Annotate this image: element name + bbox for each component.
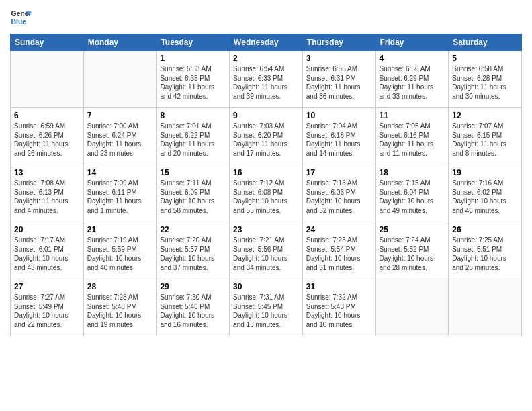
day-number: 13	[14, 168, 80, 177]
day-cell	[449, 279, 522, 336]
day-cell: 2Sunrise: 6:54 AM Sunset: 6:33 PM Daylig…	[230, 51, 303, 108]
day-number: 2	[233, 54, 299, 63]
day-info: Sunrise: 7:13 AM Sunset: 6:06 PM Dayligh…	[306, 179, 372, 215]
day-cell	[83, 51, 157, 108]
day-info: Sunrise: 7:20 AM Sunset: 5:57 PM Dayligh…	[160, 236, 226, 272]
day-cell: 17Sunrise: 7:13 AM Sunset: 6:06 PM Dayli…	[302, 165, 375, 222]
day-info: Sunrise: 7:31 AM Sunset: 5:45 PM Dayligh…	[233, 293, 299, 329]
calendar-table: SundayMondayTuesdayWednesdayThursdayFrid…	[10, 34, 522, 336]
day-info: Sunrise: 7:09 AM Sunset: 6:11 PM Dayligh…	[87, 179, 153, 215]
day-info: Sunrise: 7:32 AM Sunset: 5:43 PM Dayligh…	[306, 293, 372, 329]
day-info: Sunrise: 7:21 AM Sunset: 5:56 PM Dayligh…	[233, 236, 299, 272]
day-header-monday: Monday	[83, 34, 157, 51]
day-info: Sunrise: 6:58 AM Sunset: 6:28 PM Dayligh…	[452, 64, 518, 101]
day-info: Sunrise: 7:17 AM Sunset: 6:01 PM Dayligh…	[14, 236, 80, 272]
day-cell: 11Sunrise: 7:05 AM Sunset: 6:16 PM Dayli…	[375, 108, 449, 165]
day-number: 26	[452, 225, 518, 234]
day-cell: 26Sunrise: 7:25 AM Sunset: 5:51 PM Dayli…	[449, 222, 522, 279]
day-cell: 28Sunrise: 7:28 AM Sunset: 5:48 PM Dayli…	[83, 279, 157, 336]
day-number: 29	[160, 282, 226, 291]
day-number: 1	[160, 54, 226, 63]
day-cell: 10Sunrise: 7:04 AM Sunset: 6:18 PM Dayli…	[302, 108, 375, 165]
day-info: Sunrise: 7:01 AM Sunset: 6:22 PM Dayligh…	[160, 122, 226, 158]
day-number: 15	[160, 168, 226, 177]
day-number: 19	[452, 168, 518, 177]
day-cell: 7Sunrise: 7:00 AM Sunset: 6:24 PM Daylig…	[83, 108, 157, 165]
day-cell: 6Sunrise: 6:59 AM Sunset: 6:26 PM Daylig…	[11, 108, 84, 165]
day-info: Sunrise: 7:15 AM Sunset: 6:04 PM Dayligh…	[380, 179, 445, 215]
day-number: 23	[233, 225, 299, 234]
day-cell: 24Sunrise: 7:23 AM Sunset: 5:54 PM Dayli…	[302, 222, 375, 279]
day-cell: 19Sunrise: 7:16 AM Sunset: 6:02 PM Dayli…	[449, 165, 522, 222]
day-cell: 18Sunrise: 7:15 AM Sunset: 6:04 PM Dayli…	[375, 165, 449, 222]
day-cell	[11, 51, 84, 108]
day-cell: 21Sunrise: 7:19 AM Sunset: 5:59 PM Dayli…	[83, 222, 157, 279]
day-info: Sunrise: 7:11 AM Sunset: 6:09 PM Dayligh…	[160, 179, 226, 215]
day-number: 22	[160, 225, 226, 234]
day-number: 7	[87, 111, 153, 120]
day-info: Sunrise: 7:00 AM Sunset: 6:24 PM Dayligh…	[87, 122, 153, 158]
day-number: 27	[14, 282, 80, 291]
day-cell: 31Sunrise: 7:32 AM Sunset: 5:43 PM Dayli…	[302, 279, 375, 336]
day-info: Sunrise: 7:07 AM Sunset: 6:15 PM Dayligh…	[452, 122, 518, 158]
day-number: 31	[306, 282, 372, 291]
day-info: Sunrise: 6:55 AM Sunset: 6:31 PM Dayligh…	[306, 64, 372, 101]
day-cell: 29Sunrise: 7:30 AM Sunset: 5:46 PM Dayli…	[157, 279, 230, 336]
day-cell: 25Sunrise: 7:24 AM Sunset: 5:52 PM Dayli…	[375, 222, 449, 279]
day-header-tuesday: Tuesday	[157, 34, 230, 51]
day-header-wednesday: Wednesday	[230, 34, 303, 51]
day-number: 6	[14, 111, 80, 120]
day-info: Sunrise: 7:05 AM Sunset: 6:16 PM Dayligh…	[380, 122, 445, 158]
day-cell: 14Sunrise: 7:09 AM Sunset: 6:11 PM Dayli…	[83, 165, 157, 222]
day-info: Sunrise: 7:25 AM Sunset: 5:51 PM Dayligh…	[452, 236, 518, 272]
week-row-5: 27Sunrise: 7:27 AM Sunset: 5:49 PM Dayli…	[11, 279, 522, 336]
logo: General Blue	[10, 7, 32, 28]
day-header-friday: Friday	[375, 34, 449, 51]
logo-icon: General Blue	[10, 7, 32, 28]
day-number: 8	[160, 111, 226, 120]
day-info: Sunrise: 6:53 AM Sunset: 6:35 PM Dayligh…	[160, 64, 226, 101]
day-cell: 23Sunrise: 7:21 AM Sunset: 5:56 PM Dayli…	[230, 222, 303, 279]
day-cell: 16Sunrise: 7:12 AM Sunset: 6:08 PM Dayli…	[230, 165, 303, 222]
day-header-thursday: Thursday	[302, 34, 375, 51]
day-cell: 1Sunrise: 6:53 AM Sunset: 6:35 PM Daylig…	[157, 51, 230, 108]
day-number: 30	[233, 282, 299, 291]
day-info: Sunrise: 6:56 AM Sunset: 6:29 PM Dayligh…	[380, 64, 445, 101]
day-number: 11	[380, 111, 445, 120]
day-info: Sunrise: 7:30 AM Sunset: 5:46 PM Dayligh…	[160, 293, 226, 329]
day-info: Sunrise: 7:19 AM Sunset: 5:59 PM Dayligh…	[87, 236, 153, 272]
day-header-saturday: Saturday	[449, 34, 522, 51]
day-info: Sunrise: 7:27 AM Sunset: 5:49 PM Dayligh…	[14, 293, 80, 329]
day-cell: 4Sunrise: 6:56 AM Sunset: 6:29 PM Daylig…	[375, 51, 449, 108]
calendar-header-row: SundayMondayTuesdayWednesdayThursdayFrid…	[11, 34, 522, 51]
day-number: 16	[233, 168, 299, 177]
day-number: 10	[306, 111, 372, 120]
day-info: Sunrise: 7:24 AM Sunset: 5:52 PM Dayligh…	[380, 236, 445, 272]
day-cell: 27Sunrise: 7:27 AM Sunset: 5:49 PM Dayli…	[11, 279, 84, 336]
day-number: 14	[87, 168, 153, 177]
day-cell	[375, 279, 449, 336]
day-cell: 20Sunrise: 7:17 AM Sunset: 6:01 PM Dayli…	[11, 222, 84, 279]
day-number: 25	[380, 225, 445, 234]
day-info: Sunrise: 7:16 AM Sunset: 6:02 PM Dayligh…	[452, 179, 518, 215]
day-header-sunday: Sunday	[11, 34, 84, 51]
day-number: 18	[380, 168, 445, 177]
day-info: Sunrise: 7:04 AM Sunset: 6:18 PM Dayligh…	[306, 122, 372, 158]
week-row-4: 20Sunrise: 7:17 AM Sunset: 6:01 PM Dayli…	[11, 222, 522, 279]
day-number: 12	[452, 111, 518, 120]
day-cell: 9Sunrise: 7:03 AM Sunset: 6:20 PM Daylig…	[230, 108, 303, 165]
day-info: Sunrise: 7:03 AM Sunset: 6:20 PM Dayligh…	[233, 122, 299, 158]
day-info: Sunrise: 7:12 AM Sunset: 6:08 PM Dayligh…	[233, 179, 299, 215]
day-number: 24	[306, 225, 372, 234]
day-cell: 15Sunrise: 7:11 AM Sunset: 6:09 PM Dayli…	[157, 165, 230, 222]
day-info: Sunrise: 7:08 AM Sunset: 6:13 PM Dayligh…	[14, 179, 80, 215]
day-cell: 30Sunrise: 7:31 AM Sunset: 5:45 PM Dayli…	[230, 279, 303, 336]
week-row-1: 1Sunrise: 6:53 AM Sunset: 6:35 PM Daylig…	[11, 51, 522, 108]
week-row-2: 6Sunrise: 6:59 AM Sunset: 6:26 PM Daylig…	[11, 108, 522, 165]
day-info: Sunrise: 6:59 AM Sunset: 6:26 PM Dayligh…	[14, 122, 80, 158]
calendar-body: 1Sunrise: 6:53 AM Sunset: 6:35 PM Daylig…	[11, 51, 522, 336]
day-number: 21	[87, 225, 153, 234]
page-header: General Blue	[10, 7, 522, 28]
day-info: Sunrise: 6:54 AM Sunset: 6:33 PM Dayligh…	[233, 64, 299, 101]
day-number: 4	[380, 54, 445, 63]
